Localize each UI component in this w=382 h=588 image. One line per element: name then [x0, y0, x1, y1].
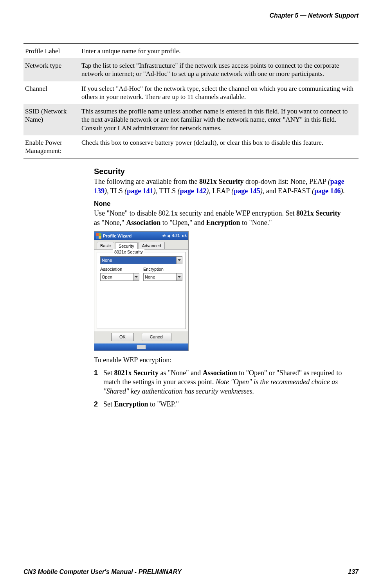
groupbox-label: 8021x Security [113, 249, 144, 255]
cell-label: SSID (Network Name) [23, 104, 80, 135]
cell-desc: Tap the list to select "Infrastructure" … [80, 58, 359, 81]
footer-left: CN3 Mobile Computer User's Manual - PREL… [23, 568, 182, 576]
volume-icon: ◀ [167, 233, 170, 238]
encryption-label: Encryption [143, 266, 182, 272]
table-row: Profile Label Enter a unique name for yo… [23, 43, 359, 58]
step-2: 2 Set Encryption to "WEP." [94, 400, 347, 409]
link-leap[interactable]: page 145 [234, 187, 260, 195]
security-groupbox: 8021x Security None Association Open Enc [97, 252, 186, 329]
window-titlebar: Profile Wizard ⇄ ◀ 4:21 ok [94, 232, 188, 240]
table-row: Enable Power Management: Check this box … [23, 135, 359, 158]
clock-text: 4:21 [172, 233, 180, 238]
link-tls[interactable]: page 141 [127, 187, 153, 195]
security-heading: Security [94, 166, 347, 176]
cell-label: Enable Power Management: [23, 135, 80, 158]
cell-label: Channel [23, 81, 80, 104]
tab-basic[interactable]: Basic [97, 242, 114, 249]
cell-desc: If you select "Ad-Hoc" for the network t… [80, 81, 359, 104]
ok-button[interactable]: OK [111, 333, 134, 341]
settings-table: Profile Label Enter a unique name for yo… [23, 43, 359, 159]
connectivity-icon: ⇄ [162, 233, 166, 238]
keyboard-icon[interactable] [137, 345, 146, 349]
tab-security[interactable]: Security [115, 242, 138, 250]
table-row: Channel If you select "Ad-Hoc" for the n… [23, 81, 359, 104]
cell-desc: Check this box to conserve battery power… [80, 135, 359, 158]
chevron-down-icon[interactable] [176, 257, 182, 264]
encryption-combo[interactable]: None [143, 273, 182, 281]
security-intro: The following are available from the 802… [94, 177, 347, 196]
tab-strip: Basic Security Advanced [94, 240, 188, 250]
cell-desc: This assumes the profile name unless ano… [80, 104, 359, 135]
association-combo[interactable]: Open [100, 273, 139, 281]
none-paragraph: Use "None" to disable 802.1x security an… [94, 209, 347, 227]
cancel-button[interactable]: Cancel [142, 333, 171, 341]
wep-heading: To enable WEP encryption: [94, 356, 347, 365]
cell-desc: Enter a unique name for your profile. [80, 43, 359, 58]
none-heading: None [94, 200, 347, 208]
table-row: SSID (Network Name) This assumes the pro… [23, 104, 359, 135]
titlebar-ok-button[interactable]: ok [182, 233, 187, 238]
security-combo[interactable]: None [100, 256, 182, 264]
association-label: Association [100, 266, 139, 272]
chevron-down-icon[interactable] [176, 273, 182, 281]
chapter-header: Chapter 5 — Network Support [23, 12, 359, 20]
table-row: Network type Tap the list to select "Inf… [23, 58, 359, 81]
tab-advanced[interactable]: Advanced [139, 242, 165, 249]
cell-label: Network type [23, 58, 80, 81]
step-1: 1 Set 8021x Security as "None" and Assoc… [94, 369, 347, 396]
chevron-down-icon[interactable] [133, 273, 139, 281]
sip-bar [94, 343, 188, 351]
windows-logo-icon [96, 233, 101, 239]
cell-label: Profile Label [23, 43, 80, 58]
page-number: 137 [348, 568, 359, 576]
embedded-screenshot: Profile Wizard ⇄ ◀ 4:21 ok Basic Securit… [94, 231, 189, 351]
link-ttls[interactable]: page 142 [180, 187, 207, 195]
window-title: Profile Wizard [103, 233, 132, 239]
link-eapfast[interactable]: page 146 [314, 187, 341, 195]
